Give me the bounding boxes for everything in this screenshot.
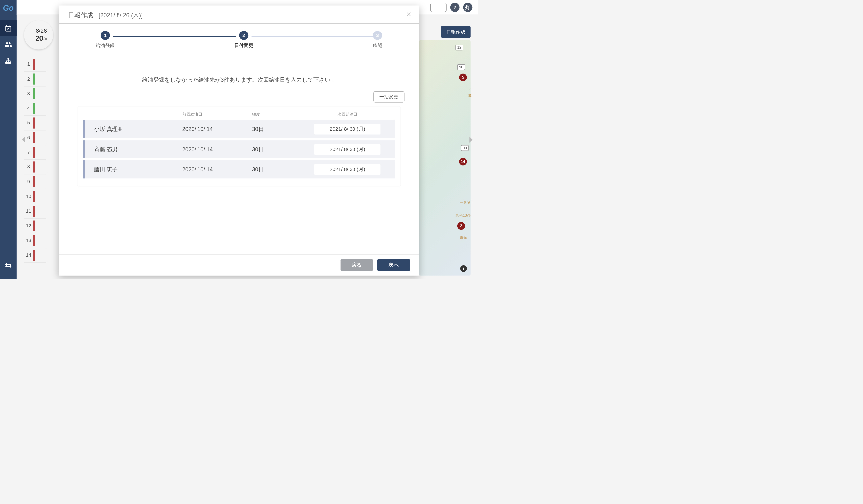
bg-date: 8/26 — [36, 27, 47, 34]
prev-arrow[interactable] — [18, 129, 29, 151]
topbar-dropdown[interactable] — [430, 3, 447, 12]
app-logo: Go — [3, 4, 14, 13]
modal-title: 日報作成 — [68, 11, 93, 19]
bg-list-number: 5 — [24, 120, 33, 126]
bg-list-status-bar — [33, 117, 35, 128]
user-avatar[interactable]: 灯 — [463, 3, 473, 12]
bg-list-status-bar — [33, 73, 35, 84]
step-circle: 1 — [101, 31, 110, 40]
sidebar: Go — [0, 0, 16, 279]
step-circle: 2 — [239, 31, 248, 40]
table-header: 前回給油日 頻度 次回給油日 — [83, 110, 395, 120]
map-street-label: 東光 — [460, 235, 467, 240]
modal-date: [2021/ 8/ 26 (木)] — [99, 11, 143, 19]
bg-list-row[interactable]: 4 — [24, 101, 46, 116]
bg-list-status-bar — [33, 176, 35, 187]
step-1: 1 給油登録 — [96, 31, 115, 49]
bg-list-row[interactable]: 12 — [24, 219, 46, 233]
next-date-input[interactable]: 2021/ 8/ 30 (月) — [314, 144, 380, 155]
bg-list-number: 1 — [24, 61, 33, 67]
cell-last-date: 2020/ 10/ 14 — [182, 126, 252, 132]
cell-name: 斉藤 義男 — [94, 145, 182, 153]
bg-list-status-bar — [33, 220, 35, 231]
sidebar-item-users[interactable] — [0, 37, 16, 53]
bg-list-row[interactable]: 14 — [24, 248, 46, 263]
bg-list-status-bar — [33, 147, 35, 158]
bg-count: 20 — [35, 34, 43, 42]
map-panel[interactable]: 12 90 90 5 14 2 2番通 一条通 東光13条 東光 i — [419, 40, 471, 275]
cell-frequency: 30日 — [252, 145, 303, 153]
bg-list-row[interactable]: 13 — [24, 233, 46, 248]
sidebar-item-org[interactable] — [0, 53, 16, 69]
sidebar-item-swap[interactable] — [0, 257, 16, 273]
bg-list-number: 9 — [24, 179, 33, 184]
map-info-icon[interactable]: i — [460, 265, 467, 272]
bg-list-number: 10 — [24, 194, 33, 199]
bg-list-number: 14 — [24, 252, 33, 258]
bg-list: 1234567891011121314 — [24, 57, 46, 263]
col-name — [94, 112, 182, 117]
swap-icon — [4, 262, 12, 269]
next-date-input[interactable]: 2021/ 8/ 30 (月) — [314, 164, 380, 175]
bg-list-number: 11 — [24, 208, 33, 214]
cell-last-date: 2020/ 10/ 14 — [182, 166, 252, 173]
cell-frequency: 30日 — [252, 125, 303, 133]
bg-list-status-bar — [33, 191, 35, 202]
col-next-date: 次回給油日 — [303, 112, 391, 117]
users-icon — [4, 41, 12, 48]
next-button[interactable]: 次へ — [377, 259, 410, 271]
table-row: 斉藤 義男2020/ 10/ 1430日2021/ 8/ 30 (月) — [83, 140, 395, 158]
cell-name: 小坂 真理亜 — [94, 125, 182, 133]
bg-list-status-bar — [33, 235, 35, 246]
map-street-label: 2番通 — [467, 88, 472, 90]
report-modal: 日報作成 [2021/ 8/ 26 (木)] 1 給油登録 2 日付変更 3 確… — [59, 5, 419, 275]
cell-last-date: 2020/ 10/ 14 — [182, 146, 252, 153]
calendar-check-icon — [4, 24, 12, 32]
bg-list-row[interactable]: 5 — [24, 116, 46, 130]
bg-list-row[interactable]: 9 — [24, 175, 46, 189]
date-summary-circle: 8/26 20件 — [24, 20, 53, 50]
bulk-change-button[interactable]: 一括変更 — [373, 91, 404, 103]
step-label: 給油登録 — [96, 42, 115, 48]
bg-list-row[interactable]: 10 — [24, 189, 46, 204]
chevron-right-icon — [466, 132, 475, 147]
step-label: 確認 — [373, 42, 383, 48]
back-button[interactable]: 戻る — [340, 259, 373, 271]
step-circle: 3 — [373, 31, 383, 40]
bg-list-number: 3 — [24, 91, 33, 96]
bg-list-status-bar — [33, 161, 35, 172]
cell-frequency: 30日 — [252, 166, 303, 173]
map-route-label: 12 — [455, 45, 463, 50]
help-button[interactable]: ? — [450, 3, 460, 12]
bg-list-row[interactable]: 8 — [24, 160, 46, 175]
map-street-label: 東光13条 — [455, 213, 471, 218]
sidebar-item-calendar[interactable] — [0, 20, 16, 37]
bg-list-status-bar — [33, 59, 35, 70]
step-connector — [252, 36, 375, 37]
next-date-input[interactable]: 2021/ 8/ 30 (月) — [314, 124, 380, 134]
bg-list-number: 13 — [24, 238, 33, 243]
map-street-label: 一条通 — [460, 200, 471, 205]
map-marker[interactable]: 14 — [459, 158, 467, 166]
map-marker[interactable]: 5 — [459, 74, 467, 81]
cell-next-date-wrap: 2021/ 8/ 30 (月) — [303, 164, 391, 175]
bg-list-row[interactable]: 1 — [24, 57, 46, 72]
bg-list-row[interactable]: 11 — [24, 204, 46, 219]
bg-list-number: 2 — [24, 76, 33, 81]
modal-header: 日報作成 [2021/ 8/ 26 (木)] — [59, 5, 419, 24]
map-marker[interactable]: 2 — [458, 222, 465, 230]
create-report-button[interactable]: 日報作成 — [441, 26, 471, 38]
bg-list-number: 4 — [24, 105, 33, 111]
bg-list-row[interactable]: 2 — [24, 72, 46, 86]
col-frequency: 頻度 — [252, 112, 303, 117]
modal-overlay: 日報作成 [2021/ 8/ 26 (木)] 1 給油登録 2 日付変更 3 確… — [0, 0, 478, 279]
next-arrow[interactable] — [465, 129, 476, 151]
org-chart-icon — [4, 57, 12, 65]
cell-name: 藤田 恵子 — [94, 166, 182, 173]
bg-list-status-bar — [33, 250, 35, 261]
modal-close-button[interactable] — [406, 11, 412, 18]
close-icon — [406, 11, 412, 17]
bg-list-status-bar — [33, 103, 35, 114]
bg-count-unit: 件 — [43, 37, 48, 42]
bg-list-row[interactable]: 3 — [24, 86, 46, 101]
